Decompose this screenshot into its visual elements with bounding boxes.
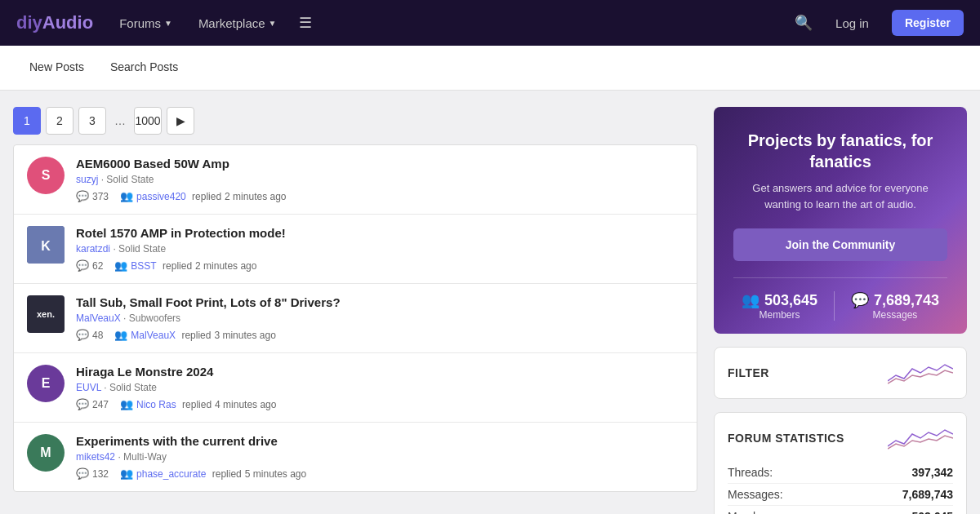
stats-threads-row: Threads: 397,342 bbox=[728, 462, 953, 484]
last-reply-info: 👥 BSST replied 2 minutes ago bbox=[114, 259, 256, 272]
logo-audio: Audio bbox=[42, 12, 93, 33]
reply-time: 3 minutes ago bbox=[214, 330, 275, 341]
filter-box: FILTER bbox=[714, 347, 967, 399]
marketplace-nav-item[interactable]: Marketplace ▼ bbox=[192, 11, 283, 35]
filter-chart bbox=[888, 361, 953, 385]
site-logo[interactable]: diyAudio bbox=[16, 12, 93, 33]
promo-box: Projects by fanatics, for fanatics Get a… bbox=[714, 107, 967, 334]
thread-title[interactable]: AEM6000 Based 50W Amp bbox=[76, 157, 684, 171]
avatar-image: K bbox=[27, 226, 65, 264]
promo-title: Projects by fanatics, for fanatics bbox=[733, 130, 947, 172]
meta-separator: · bbox=[104, 382, 109, 393]
thread-meta: EUVL · Solid State bbox=[76, 382, 684, 393]
reply-time: 5 minutes ago bbox=[245, 468, 306, 480]
thread-title[interactable]: Rotel 1570 AMP in Protection mode! bbox=[76, 226, 684, 240]
thread-author[interactable]: MalVeauX bbox=[76, 312, 121, 324]
thread-meta: suzyj · Solid State bbox=[76, 174, 684, 185]
messages-label: Messages bbox=[851, 309, 939, 321]
filter-title: FILTER bbox=[728, 366, 769, 379]
replied-text: replied bbox=[180, 399, 212, 410]
members-count: 503,645 bbox=[764, 292, 817, 309]
replied-text: replied bbox=[189, 191, 221, 202]
last-reply-info: 👥 phase_accurate replied 5 minutes ago bbox=[120, 467, 306, 480]
page-3-button[interactable]: 3 bbox=[78, 107, 106, 135]
filter-header: FILTER bbox=[728, 361, 953, 385]
table-row: xen. Tall Sub, Small Foot Print, Lots of… bbox=[14, 284, 697, 353]
reply-number: 48 bbox=[92, 330, 103, 341]
sub-navigation: New Posts Search Posts bbox=[0, 46, 980, 91]
comment-icon: 💬 bbox=[76, 467, 89, 480]
thread-category[interactable]: Solid State bbox=[109, 382, 157, 393]
last-reply-user[interactable]: BSST bbox=[131, 260, 156, 272]
members-label: Members bbox=[742, 309, 817, 321]
thread-category[interactable]: Solid State bbox=[106, 174, 154, 185]
thread-author[interactable]: karatzdi bbox=[76, 243, 110, 255]
messages-value: 7,689,743 bbox=[902, 488, 953, 501]
thread-author[interactable]: EUVL bbox=[76, 382, 101, 393]
reply-number: 132 bbox=[92, 468, 109, 480]
thread-title[interactable]: Tall Sub, Small Foot Print, Lots of 8" D… bbox=[76, 295, 684, 309]
threads-label: Threads: bbox=[728, 466, 773, 479]
promo-subtitle: Get answers and advice for everyone want… bbox=[733, 180, 947, 212]
stats-title: FORUM STATISTICS bbox=[728, 426, 953, 450]
list-nav-icon[interactable]: ☰ bbox=[299, 14, 312, 32]
stats-chart bbox=[888, 426, 953, 450]
thread-body: AEM6000 Based 50W Amp suzyj · Solid Stat… bbox=[76, 157, 684, 202]
avatar: xen. bbox=[27, 295, 65, 333]
logo-diy: diy bbox=[16, 12, 42, 33]
last-reply-user[interactable]: passive420 bbox=[136, 191, 186, 202]
page-1000-button[interactable]: 1000 bbox=[134, 107, 162, 135]
stats-title-text: FORUM STATISTICS bbox=[728, 432, 844, 445]
next-page-button[interactable]: ▶ bbox=[167, 107, 194, 135]
thread-list-column: 1 2 3 … 1000 ▶ S AEM6000 Based 50W Amp s… bbox=[13, 107, 697, 514]
thread-category[interactable]: Multi-Way bbox=[123, 451, 167, 463]
members-label: Members: bbox=[728, 510, 778, 514]
reply-time: 4 minutes ago bbox=[215, 399, 276, 410]
thread-author[interactable]: suzyj bbox=[76, 174, 98, 185]
top-navigation: diyAudio Forums ▼ Marketplace ▼ ☰ 🔍 Log … bbox=[0, 0, 980, 46]
thread-title[interactable]: Hiraga Le Monstre 2024 bbox=[76, 365, 684, 379]
register-button[interactable]: Register bbox=[892, 10, 964, 36]
forums-chevron-icon: ▼ bbox=[164, 19, 172, 28]
reply-count: 💬 48 bbox=[76, 329, 103, 341]
members-row: 👥 503,645 bbox=[742, 291, 817, 309]
reply-number: 62 bbox=[92, 260, 103, 272]
avatar: S bbox=[27, 157, 65, 194]
members-stat: 👥 503,645 Members bbox=[742, 291, 817, 321]
thread-meta: MalVeauX · Subwoofers bbox=[76, 312, 684, 324]
last-reply-user[interactable]: Nico Ras bbox=[136, 399, 176, 410]
forums-nav-item[interactable]: Forums ▼ bbox=[113, 11, 179, 35]
reply-time: 2 minutes ago bbox=[195, 260, 256, 272]
thread-author[interactable]: mikets42 bbox=[76, 451, 115, 463]
thread-category[interactable]: Solid State bbox=[118, 243, 166, 255]
main-content: 1 2 3 … 1000 ▶ S AEM6000 Based 50W Amp s… bbox=[0, 91, 980, 514]
page-1-button[interactable]: 1 bbox=[13, 107, 41, 135]
join-community-button[interactable]: Join the Community bbox=[733, 228, 947, 261]
search-icon[interactable]: 🔍 bbox=[795, 14, 813, 32]
replied-text: replied bbox=[160, 260, 192, 272]
thread-meta: karatzdi · Solid State bbox=[76, 243, 684, 255]
messages-label: Messages: bbox=[728, 488, 783, 501]
thread-stats: 💬 247 👥 Nico Ras replied 4 minutes ago bbox=[76, 398, 684, 410]
search-posts-link[interactable]: Search Posts bbox=[97, 46, 191, 90]
thread-category[interactable]: Subwoofers bbox=[129, 312, 180, 324]
thread-stats: 💬 132 👥 phase_accurate replied 5 minutes… bbox=[76, 467, 684, 480]
avatar: K bbox=[27, 226, 65, 264]
new-posts-link[interactable]: New Posts bbox=[16, 46, 97, 90]
thread-stats: 💬 373 👥 passive420 replied 2 minutes ago bbox=[76, 190, 684, 202]
last-reply-info: 👥 MalVeauX replied 3 minutes ago bbox=[114, 329, 275, 341]
page-2-button[interactable]: 2 bbox=[46, 107, 74, 135]
table-row: E Hiraga Le Monstre 2024 EUVL · Solid St… bbox=[14, 353, 697, 423]
members-icon: 👥 bbox=[742, 291, 760, 309]
users-icon: 👥 bbox=[114, 259, 127, 272]
last-reply-user[interactable]: phase_accurate bbox=[136, 468, 206, 480]
comment-icon: 💬 bbox=[76, 259, 89, 272]
reply-count: 💬 247 bbox=[76, 398, 109, 410]
avatar: E bbox=[27, 365, 65, 402]
comment-icon: 💬 bbox=[76, 190, 89, 202]
last-reply-user[interactable]: MalVeauX bbox=[131, 330, 176, 341]
marketplace-chevron-icon: ▼ bbox=[269, 19, 277, 28]
thread-title[interactable]: Experiments with the current drive bbox=[76, 434, 684, 448]
table-row: K Rotel 1570 AMP in Protection mode! kar… bbox=[14, 215, 697, 284]
login-link[interactable]: Log in bbox=[835, 16, 869, 30]
